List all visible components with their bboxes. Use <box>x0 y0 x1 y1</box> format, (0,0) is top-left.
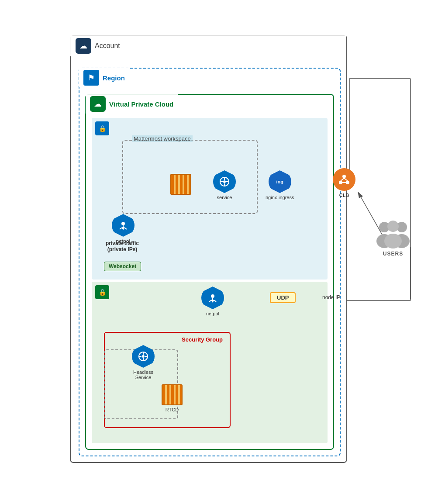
svg-point-33 <box>211 294 214 298</box>
vpc-label: Virtual Private Cloud <box>109 100 173 108</box>
svg-line-27 <box>341 178 344 181</box>
node-ip-label: node IP <box>322 294 340 300</box>
service-node: service <box>213 170 236 200</box>
netpol-top-icon <box>112 214 135 237</box>
svg-point-24 <box>342 175 346 178</box>
account-label: Account <box>95 42 120 50</box>
udp-label: UDP <box>270 292 296 303</box>
svg-point-46 <box>387 221 399 232</box>
vpc-header: ☁ Virtual Private Cloud <box>86 94 178 114</box>
headless-service-node: Headless Service <box>126 345 161 380</box>
security-group-label: Security Group <box>182 336 223 343</box>
netpol-top-node: netpol <box>112 214 135 244</box>
subnet-bottom-icon: 🔒 <box>95 285 109 299</box>
nginx-ingress-icon: ing <box>269 170 291 193</box>
netpol-bottom-node: netpol <box>201 287 224 316</box>
svg-marker-32 <box>122 228 124 230</box>
canvas: ☁ Account ⚑ Region ☁ Virtual Private Clo… <box>0 0 445 504</box>
websocket-badge: Websocket <box>104 262 141 270</box>
udp-badge: UDP <box>270 293 296 301</box>
headless-service-label: Headless Service <box>126 369 161 380</box>
svg-point-19 <box>223 180 226 183</box>
region-icon: ⚑ <box>83 70 99 86</box>
users-icon <box>373 218 413 249</box>
svg-point-47 <box>384 234 402 249</box>
svg-point-37 <box>142 355 145 358</box>
rtcd-node: RTCD <box>162 384 183 412</box>
account-header: ☁ Account <box>70 35 346 56</box>
subnet-top-icon: 🔒 <box>95 121 109 135</box>
rtcd-label: RTCD <box>166 407 179 412</box>
svg-marker-35 <box>211 300 214 303</box>
netpol-bottom-icon <box>201 287 224 309</box>
rtcd-icon <box>162 384 183 405</box>
workspace-label: Mattermost workspace <box>132 135 193 142</box>
pod-icon <box>170 174 191 195</box>
headless-service-icon <box>132 345 155 368</box>
region-header: ⚑ Region <box>79 68 129 87</box>
private-traffic-label: private traffic(private IPs) <box>100 240 144 252</box>
svg-point-30 <box>121 222 125 225</box>
vpc-icon: ☁ <box>90 96 106 112</box>
clb-node: CLB <box>333 168 355 198</box>
websocket-label: Websocket <box>104 262 141 271</box>
users-label: USERS <box>383 251 403 257</box>
region-label: Region <box>103 74 125 82</box>
svg-line-28 <box>344 178 348 181</box>
clb-label: CLB <box>339 193 349 198</box>
nginx-ingress-node: ing nginx-ingress <box>266 170 294 200</box>
users-group: USERS <box>373 218 413 257</box>
nginx-ingress-label: nginx-ingress <box>266 195 294 200</box>
netpol-bottom-label: netpol <box>206 311 219 316</box>
clb-icon <box>333 168 355 191</box>
service-icon <box>213 170 236 193</box>
pod-node <box>170 174 191 195</box>
account-icon: ☁ <box>76 38 91 54</box>
service-label: service <box>217 195 232 200</box>
